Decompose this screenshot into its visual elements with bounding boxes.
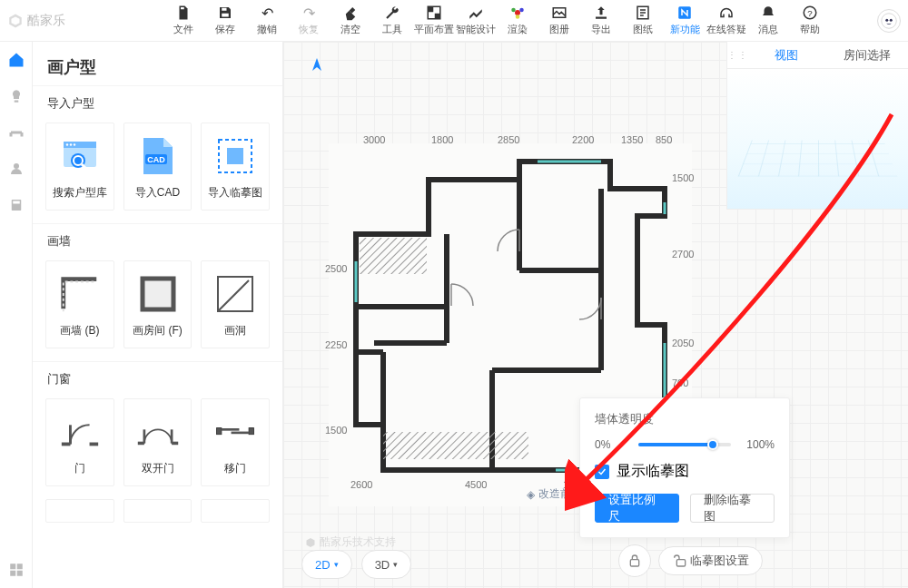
rail-grid-icon[interactable] — [7, 561, 25, 579]
svg-rect-11 — [596, 17, 607, 19]
cad-file-icon: CAD — [136, 134, 180, 178]
toolbar-file[interactable]: 文件 — [165, 5, 202, 36]
svg-point-7 — [511, 8, 516, 13]
dim-top: 3000 — [363, 134, 385, 145]
card-placeholder-3[interactable] — [201, 499, 270, 523]
lock-button[interactable] — [618, 544, 651, 577]
section-door-title: 门窗 — [33, 361, 282, 395]
svg-rect-41 — [143, 279, 173, 309]
opacity-value: 100% — [738, 438, 775, 451]
show-tracing-label: 显示临摹图 — [617, 462, 689, 481]
canvas-bottom-right: 临摹图设置 — [618, 544, 763, 577]
show-tracing-checkbox[interactable]: 显示临摹图 — [595, 462, 775, 481]
chevron-down-icon: ▾ — [393, 560, 398, 569]
tracing-settings-button[interactable]: 临摹图设置 — [658, 546, 763, 575]
view-tab-view[interactable]: 视图 — [745, 47, 827, 64]
svg-text:CAD: CAD — [147, 155, 165, 164]
toolbar-new[interactable]: 新功能 — [666, 5, 703, 36]
svg-point-9 — [516, 15, 520, 19]
svg-rect-25 — [10, 564, 15, 569]
toolbar-clear[interactable]: 清空 — [332, 5, 369, 36]
card-slide-door[interactable]: 移门 — [201, 398, 270, 486]
card-import-tracing[interactable]: 导入临摹图 — [201, 122, 270, 211]
set-scale-button[interactable]: 设置比例尺 — [595, 494, 679, 523]
card-import-cad[interactable]: CAD 导入CAD — [123, 122, 192, 211]
rail-idea-icon[interactable] — [7, 87, 25, 105]
card-door[interactable]: 门 — [45, 398, 114, 486]
rail-house-icon[interactable] — [7, 51, 25, 69]
canvas[interactable]: 3000 1800 2850 2200 1350 850 1500 2700 2… — [283, 42, 908, 588]
toolbar-plan[interactable]: 平面布置 — [416, 5, 452, 36]
delete-tracing-button[interactable]: 删除临摹图 — [690, 494, 775, 523]
checkbox-checked-icon — [595, 465, 609, 479]
svg-rect-30 — [64, 142, 96, 148]
svg-rect-51 — [249, 428, 253, 435]
card-search-plans[interactable]: 搜索户型库 — [45, 122, 114, 211]
panel-title: 画户型 — [33, 42, 282, 85]
mode-2d[interactable]: 2D▾ — [301, 550, 352, 579]
card-placeholder-2[interactable] — [123, 499, 192, 523]
toolbar-help[interactable]: ?帮助 — [792, 5, 828, 36]
svg-point-31 — [66, 143, 68, 145]
svg-rect-66 — [630, 560, 638, 566]
toolbar-qa[interactable]: 在线答疑 — [708, 5, 745, 36]
svg-rect-28 — [16, 571, 22, 576]
left-panel: 画户型 导入户型 搜索户型库 CAD 导入CAD 导入临摹图 — [33, 42, 283, 588]
card-draw-wall[interactable]: 画墙 (B) — [45, 260, 114, 348]
card-double-door[interactable]: 双开门 — [123, 398, 192, 486]
mode-bar: 2D▾ 3D▾ — [301, 550, 411, 579]
drag-handle-icon[interactable]: ⋮⋮ — [727, 50, 745, 60]
svg-rect-19 — [14, 101, 18, 103]
opacity-min: 0% — [595, 438, 631, 451]
toolbar-tools[interactable]: 工具 — [374, 5, 410, 36]
logo: 酷家乐 — [7, 13, 65, 29]
north-icon — [311, 58, 323, 78]
toolbar-save[interactable]: 保存 — [207, 5, 243, 36]
svg-rect-1 — [222, 8, 226, 11]
toolbar-smart[interactable]: 智能设计 — [458, 5, 494, 36]
svg-rect-27 — [10, 571, 15, 576]
svg-rect-57 — [383, 432, 528, 459]
toolbar-export[interactable]: 导出 — [583, 5, 619, 36]
svg-rect-24 — [13, 201, 20, 204]
opacity-slider[interactable] — [638, 443, 731, 446]
svg-rect-5 — [435, 14, 440, 19]
rail-appliance-icon[interactable] — [7, 196, 25, 214]
watermark: 酷家乐技术支持 — [305, 534, 396, 550]
tracing-popover: 墙体透明度 0% 100% 显示临摹图 设置比例尺 删除临摹图 — [579, 397, 790, 538]
rail-sofa-icon[interactable] — [7, 123, 25, 142]
view-3d-preview[interactable] — [727, 69, 908, 209]
card-draw-room[interactable]: 画房间 (F) — [123, 260, 192, 348]
svg-rect-4 — [428, 6, 433, 12]
logo-icon — [7, 13, 24, 29]
chevron-down-icon: ▾ — [334, 560, 339, 569]
svg-point-33 — [74, 143, 75, 145]
toolbar-msg[interactable]: 消息 — [750, 5, 786, 36]
svg-point-17 — [885, 18, 888, 21]
rail — [0, 42, 33, 588]
svg-rect-67 — [676, 560, 685, 566]
rail-user-icon[interactable] — [7, 160, 25, 178]
toolbar-render[interactable]: 渲染 — [499, 5, 536, 36]
svg-rect-2 — [222, 14, 229, 17]
toolbar-redo[interactable]: ↷恢复 — [291, 5, 327, 36]
card-placeholder-1[interactable] — [45, 499, 114, 523]
svg-point-22 — [14, 163, 19, 169]
svg-rect-50 — [217, 428, 222, 435]
svg-rect-40 — [227, 148, 243, 164]
assistant-avatar-icon[interactable] — [877, 9, 901, 33]
mode-3d[interactable]: 3D▾ — [361, 550, 412, 579]
view-tab-room[interactable]: 房间选择 — [827, 47, 909, 64]
section-import-title: 导入户型 — [33, 85, 282, 119]
browser-search-icon — [58, 134, 102, 178]
toolbar-album[interactable]: 图册 — [541, 5, 577, 36]
lock-open-icon — [672, 554, 686, 568]
toolbar-drawing[interactable]: 图纸 — [625, 5, 661, 36]
toolbar-undo[interactable]: ↶撤销 — [249, 5, 285, 36]
card-draw-hole[interactable]: 画洞 — [201, 260, 270, 348]
svg-rect-26 — [16, 564, 22, 569]
svg-rect-21 — [20, 132, 23, 137]
svg-point-18 — [890, 18, 893, 21]
svg-rect-0 — [181, 7, 184, 9]
lock-icon — [627, 554, 642, 568]
